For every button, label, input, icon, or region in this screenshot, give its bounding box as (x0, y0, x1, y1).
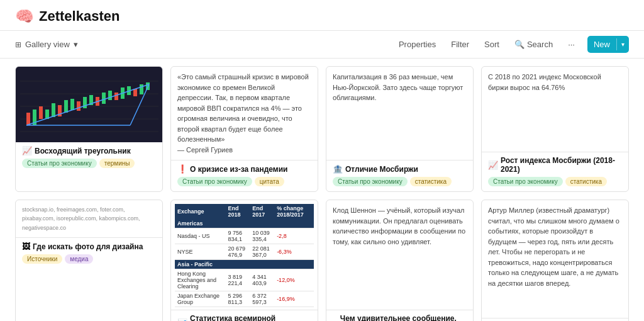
card-federation-stats[interactable]: Exchange End 2018 End 2017 % change 2018… (170, 200, 318, 321)
pct-change: -2,8 (274, 228, 314, 244)
card-title-text: Статистика всемирной федерации би... (190, 314, 311, 321)
app-logo: 🧠 Zettelkasten (15, 8, 119, 25)
card-footer: 📈 Восходящий треугольник Статьи про экон… (16, 142, 162, 173)
gallery: 📈 Восходящий треугольник Статьи про экон… (0, 59, 644, 321)
table-row: NYSE 20 679 476,9 22 081 367,0 -6,3% (175, 244, 314, 260)
card-title-icon: ● (333, 318, 338, 322)
card-text: С 2018 по 2021 индекс Московской биржи в… (488, 73, 601, 91)
end-2017: 4 341 403,9 (250, 269, 274, 291)
table-row: Japan Exchange Group 5 296 811,3 6 372 5… (175, 291, 314, 307)
svg-rect-8 (39, 106, 43, 119)
card-footer: 📈 Рост индекса Мосбиржи (2018-2021) Стат… (482, 152, 628, 191)
tag-statistics[interactable]: статистика (565, 177, 607, 186)
card-title: 🖼 Где искать фото для дизайна (22, 242, 156, 251)
card-rising-triangle[interactable]: 📈 Восходящий треугольник Статьи про экон… (15, 66, 163, 192)
tag-sources[interactable]: Источники (22, 254, 62, 264)
card-title: 📊 Статистика всемирной федерации би... (177, 314, 311, 321)
card-footer: ❗ О кризисе из-за пандемии Статьи про эк… (171, 160, 318, 191)
end-2018: 5 296 811,3 (225, 291, 250, 307)
card-anxiety[interactable]: Артур Миллер (известный драматург) счита… (481, 200, 629, 321)
view-selector[interactable]: ⊞ Gallery view ▾ (15, 40, 78, 49)
card-tags: Статьи про экономику статистика (488, 177, 622, 186)
card-footer: 📔 Как справляться с тревогой Лайфхаки пс… (482, 318, 628, 321)
properties-button[interactable]: Properties (396, 38, 438, 50)
new-button-label: New (587, 40, 616, 49)
new-button-chevron-icon[interactable]: ▾ (616, 38, 629, 50)
end-2017: 22 081 367,0 (250, 244, 274, 260)
card-content: Клод Шеннон — учёный, который изучал ком… (326, 200, 473, 310)
toolbar: ⊞ Gallery view ▾ Properties Filter Sort … (0, 31, 644, 59)
card-footer: 📊 Статистика всемирной федерации би... С… (171, 310, 318, 321)
table-row: Hong Kong Exchanges and Clearing 3 819 2… (175, 269, 314, 291)
end-2017: 6 372 597,3 (250, 291, 274, 307)
card-text: Капитализация в 36 раз меньше, чем Нью-Й… (333, 73, 463, 101)
tag-statistics[interactable]: статистика (410, 177, 452, 186)
card-tags: Статьи про экономику статистика (333, 177, 467, 186)
card-title: ❗ О кризисе из-за пандемии (177, 164, 311, 174)
exchange-name: Nasdaq - US (175, 228, 225, 244)
card-tags: Источники медиа (22, 254, 156, 264)
card-footer: 🖼 Где искать фото для дизайна Источники … (16, 238, 162, 269)
card-text: Клод Шеннон — учёный, который изучал ком… (333, 206, 465, 245)
pct-change: -6,3% (274, 244, 314, 260)
tag-media[interactable]: медиа (65, 254, 93, 264)
card-tags: Статьи про экономику цитата (177, 177, 311, 186)
card-title-icon: 📈 (488, 160, 498, 170)
card-title: ● Чем удивительнее сообщение, тем бо... (333, 314, 467, 321)
card-photo-sources[interactable]: stocksnap.io, freeimages.com, foter.com,… (15, 200, 163, 321)
card-content: Артур Миллер (известный драматург) счита… (482, 200, 628, 318)
pct-change: -16,9% (274, 291, 314, 307)
card-title-icon: 🖼 (22, 242, 30, 251)
card-content: Капитализация в 36 раз меньше, чем Нью-Й… (326, 67, 473, 160)
card-content: С 2018 по 2021 индекс Московской биржи в… (482, 67, 628, 152)
svg-rect-12 (64, 100, 68, 113)
card-text: «Это самый страшный кризис в мировой эко… (177, 73, 309, 154)
svg-rect-6 (26, 113, 30, 125)
card-title: 📈 Рост индекса Мосбиржи (2018-2021) (488, 156, 622, 174)
search-icon: 🔍 (514, 40, 525, 49)
stats-table: Exchange End 2018 End 2017 % change 2018… (175, 204, 314, 307)
card-title-icon: 📈 (22, 146, 32, 155)
table-header-change: % change 2018/2017 (274, 204, 314, 219)
card-title-text: Где искать фото для дизайна (33, 242, 143, 251)
card-footer: ● Чем удивительнее сообщение, тем бо... … (326, 310, 473, 321)
new-button[interactable]: New ▾ (587, 36, 629, 53)
card-title-icon: ❗ (177, 164, 187, 174)
table-header-exchange: Exchange (175, 204, 225, 219)
card-title-text: Отличие Мосбиржи (345, 165, 418, 174)
svg-rect-19 (108, 91, 112, 100)
logo-icon: 🧠 (15, 8, 34, 25)
card-title: 🏦 Отличие Мосбиржи (333, 164, 467, 174)
card-table-wrapper: Exchange End 2018 End 2017 % change 2018… (171, 200, 318, 307)
view-chevron-icon: ▾ (74, 40, 78, 49)
search-button[interactable]: 🔍 Search (512, 38, 555, 50)
pct-change: -12,0% (274, 269, 314, 291)
table-header-2018: End 2018 (225, 204, 250, 219)
app-title: Zettelkasten (39, 8, 119, 25)
svg-rect-18 (102, 93, 106, 104)
end-2018: 9 756 834,1 (225, 228, 250, 244)
card-title-text: О кризисе из-за пандемии (190, 165, 288, 174)
tag-economics[interactable]: Статьи про экономику (488, 177, 563, 186)
card-chart-image (16, 67, 162, 142)
card-shannon[interactable]: Клод Шеннон — учёный, который изучал ком… (326, 200, 474, 321)
card-pandemic-crisis[interactable]: «Это самый страшный кризис в мировой эко… (170, 66, 318, 192)
sort-button[interactable]: Sort (482, 38, 502, 50)
tag-economics[interactable]: Статьи про экономику (333, 177, 408, 186)
tag-economics[interactable]: Статьи про экономику (177, 177, 252, 186)
card-mosbirtja-difference[interactable]: Капитализация в 36 раз меньше, чем Нью-Й… (326, 66, 474, 192)
card-title-text: Рост индекса Мосбиржи (2018-2021) (501, 156, 622, 174)
tag-economics[interactable]: Статьи про экономику (22, 159, 97, 168)
card-title-icon: 📊 (177, 318, 187, 322)
filter-button[interactable]: Filter (448, 38, 472, 50)
card-text: Артур Миллер (известный драматург) счита… (488, 206, 619, 287)
svg-rect-24 (140, 84, 143, 94)
app-header: 🧠 Zettelkasten (0, 0, 644, 31)
view-label: Gallery view (25, 40, 70, 49)
card-tags: Статьи про экономику термины (22, 159, 156, 168)
tag-terms[interactable]: термины (99, 159, 135, 168)
toolbar-actions: Properties Filter Sort 🔍 Search ··· New … (396, 36, 629, 53)
card-index-growth[interactable]: С 2018 по 2021 индекс Московской биржи в… (481, 66, 629, 192)
tag-quote[interactable]: цитата (255, 177, 284, 186)
more-options-button[interactable]: ··· (565, 38, 577, 50)
